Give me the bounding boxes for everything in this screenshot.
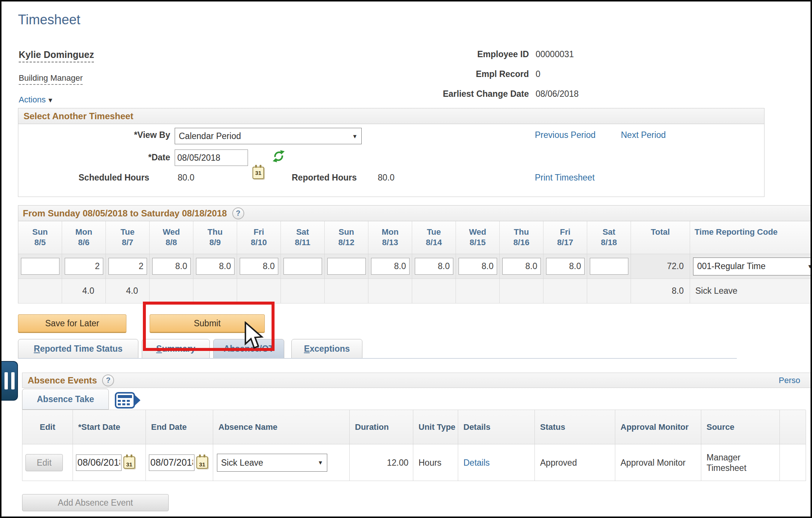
edit-button[interactable]: Edit xyxy=(25,454,63,471)
print-timesheet-link[interactable]: Print Timesheet xyxy=(535,173,595,183)
absence-hours-cell xyxy=(150,279,193,303)
hours-input[interactable] xyxy=(459,258,497,275)
hours-cell xyxy=(456,254,500,279)
end-date-input[interactable] xyxy=(149,454,194,471)
help-icon[interactable]: ? xyxy=(232,207,244,219)
col-header-duration: Duration xyxy=(350,410,413,444)
day-header: Sun8/5 xyxy=(18,221,62,254)
absence-hours-cell xyxy=(587,279,631,303)
hours-input[interactable] xyxy=(196,258,235,275)
end-date-cell: 31 xyxy=(146,444,213,481)
employee-id-label: Employee ID xyxy=(432,49,529,59)
actions-menu[interactable]: Actions▼ xyxy=(19,95,53,105)
col-header-start-date: *Start Date xyxy=(73,410,146,444)
trc-text: Sick Leave xyxy=(690,279,812,303)
tab-reported-time-status[interactable]: Reported Time Status xyxy=(18,339,138,358)
employee-info-panel: Employee ID 00000031 Empl Record 0 Earli… xyxy=(432,49,626,99)
absence-hours-cell xyxy=(412,279,456,303)
trc-cell: 001-Regular Time ▼ xyxy=(690,254,812,279)
absence-hours-cell: 4.0 xyxy=(106,279,150,303)
reported-hours-label: Reported Hours xyxy=(292,173,357,183)
hours-cell xyxy=(62,254,106,279)
day-header: Thu8/16 xyxy=(500,221,543,254)
personalize-link[interactable]: Perso xyxy=(779,376,800,385)
tab-divider xyxy=(18,358,737,359)
pause-bar-icon xyxy=(4,372,8,389)
row-total: 72.0 xyxy=(631,254,690,279)
details-cell: Details xyxy=(458,444,535,481)
trc-select[interactable]: 001-Regular Time ▼ xyxy=(693,258,812,275)
hours-input[interactable] xyxy=(371,258,410,275)
employee-id-value: 00000031 xyxy=(536,49,626,59)
day-header: Thu8/9 xyxy=(193,221,237,254)
unit-type-cell: Hours xyxy=(413,444,458,481)
hours-cell xyxy=(237,254,281,279)
absence-hours-cell xyxy=(193,279,237,303)
view-by-value: Calendar Period xyxy=(179,131,241,141)
edit-cell: Edit xyxy=(22,444,73,481)
next-period-link[interactable]: Next Period xyxy=(621,130,666,140)
day-header: Wed8/15 xyxy=(456,221,500,254)
hours-input[interactable] xyxy=(240,258,278,275)
hours-input[interactable] xyxy=(502,258,541,275)
hours-input[interactable] xyxy=(284,258,322,275)
show-all-columns-icon[interactable] xyxy=(114,392,141,409)
hours-input[interactable] xyxy=(415,258,453,275)
scheduled-hours-value: 80.0 xyxy=(178,173,194,183)
actions-link[interactable]: Actions xyxy=(19,95,46,104)
hours-input[interactable] xyxy=(108,258,147,275)
hours-input[interactable] xyxy=(546,258,585,275)
hours-cell xyxy=(587,254,631,279)
hours-cell xyxy=(281,254,325,279)
select-another-timesheet-groupbox: Select Another Timesheet *View By Calend… xyxy=(18,108,764,197)
absence-events-title: Absence Events xyxy=(28,375,97,386)
grid-title: From Sunday 08/05/2018 to Saturday 08/18… xyxy=(23,208,227,219)
tab-exceptions[interactable]: Exceptions xyxy=(291,339,362,358)
employee-job-title[interactable]: Building Manager xyxy=(19,73,83,85)
absence-hours-cell: 4.0 xyxy=(62,279,106,303)
day-header: Tue8/7 xyxy=(106,221,150,254)
approval-monitor-cell: Approval Monitor xyxy=(615,444,701,481)
previous-period-link[interactable]: Previous Period xyxy=(535,130,595,140)
calendar-icon[interactable]: 31 xyxy=(123,456,135,469)
save-for-later-button[interactable]: Save for Later xyxy=(18,314,126,333)
col-header-approval-monitor: Approval Monitor xyxy=(615,410,701,444)
absence-hours-cell xyxy=(237,279,281,303)
grid-title-bar: From Sunday 08/05/2018 to Saturday 08/18… xyxy=(18,206,812,221)
hours-input[interactable] xyxy=(327,258,366,275)
details-link[interactable]: Details xyxy=(463,457,490,468)
date-input[interactable] xyxy=(175,149,248,166)
col-header-details: Details xyxy=(458,410,535,444)
chevron-down-icon: ▼ xyxy=(352,133,358,139)
earliest-change-date-value: 08/06/2018 xyxy=(536,89,626,99)
hours-cell xyxy=(106,254,150,279)
col-header-end-date: End Date xyxy=(146,410,213,444)
page-title: Timesheet xyxy=(18,12,80,28)
panel-collapse-handle[interactable] xyxy=(1,361,18,401)
absence-hours-cell xyxy=(325,279,368,303)
day-header: Fri8/10 xyxy=(237,221,281,254)
hours-cell xyxy=(412,254,456,279)
day-header: Mon8/13 xyxy=(368,221,412,254)
start-date-input[interactable] xyxy=(76,454,122,471)
hours-input[interactable] xyxy=(590,258,628,275)
actions-dropdown-icon: ▼ xyxy=(47,97,53,104)
annotation-highlight-box xyxy=(143,302,275,351)
hours-cell xyxy=(500,254,543,279)
refresh-icon[interactable] xyxy=(271,149,286,164)
calendar-icon[interactable]: 31 xyxy=(252,167,264,179)
hours-cell xyxy=(325,254,368,279)
help-icon[interactable]: ? xyxy=(102,374,114,386)
absence-name-select[interactable]: Sick Leave ▼ xyxy=(217,454,327,472)
view-by-select[interactable]: Calendar Period ▼ xyxy=(175,128,362,144)
hours-input[interactable] xyxy=(65,258,103,275)
absence-hours-cell xyxy=(500,279,543,303)
calendar-icon[interactable]: 31 xyxy=(196,456,208,469)
groupbox-header: Select Another Timesheet xyxy=(18,108,764,124)
employee-name[interactable]: Kylie Dominguez xyxy=(19,49,94,62)
col-header-status: Status xyxy=(535,410,615,444)
hours-input[interactable] xyxy=(152,258,191,275)
hours-input[interactable] xyxy=(21,258,59,275)
tab-absence-take[interactable]: Absence Take xyxy=(22,389,109,410)
add-absence-event-button[interactable]: Add Absence Event xyxy=(22,494,169,511)
